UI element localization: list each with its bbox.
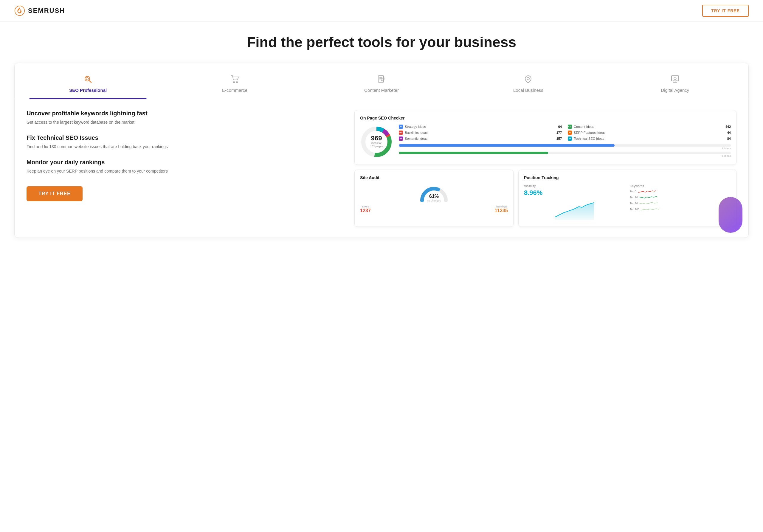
svg-point-11 xyxy=(527,77,529,80)
position-inner: Visibility 8.96% xyxy=(524,184,731,221)
errors-stat: Errors 1237 xyxy=(360,205,371,213)
feature-1-desc: Get access to the largest keyword databa… xyxy=(27,119,345,126)
svg-point-6 xyxy=(236,82,238,83)
content-marketer-icon xyxy=(376,74,387,85)
feature-3: Monitor your daily rankings Keep an eye … xyxy=(27,159,345,174)
kw-row-top100: Top 100 xyxy=(630,207,731,212)
content-area: Uncover profitable keywords lightning fa… xyxy=(15,99,748,238)
tab-local-label: Local Business xyxy=(513,88,543,93)
left-panel: Uncover profitable keywords lightning fa… xyxy=(27,110,345,201)
kw-row-top10: Top 10 xyxy=(630,195,731,200)
kw-row-top3: Top 3 xyxy=(630,189,731,194)
prog-bar-1-label: 6 Ideas xyxy=(399,147,731,150)
kw-top100-sparkline xyxy=(641,207,659,212)
try-free-header-button[interactable]: TRY IT FREE xyxy=(702,5,749,17)
tab-local-business[interactable]: Local Business xyxy=(455,70,601,99)
tab-content-marketer[interactable]: Content Marketer xyxy=(308,70,455,99)
feature-1: Uncover profitable keywords lightning fa… xyxy=(27,110,345,126)
position-tracking-title: Position Tracking xyxy=(524,175,731,180)
keywords-section: Keywords Top 3 xyxy=(630,184,731,221)
site-audit-card: Site Audit 61% no c xyxy=(354,169,513,227)
svg-point-5 xyxy=(233,82,235,83)
keywords-label: Keywords xyxy=(630,184,731,188)
legend-strategy-dot: St xyxy=(399,125,403,129)
tab-ecommerce[interactable]: E-commerce xyxy=(161,70,308,99)
feature-3-desc: Keep an eye on your SERP positions and c… xyxy=(27,168,345,174)
legend-serp-label: SERP Features Ideas xyxy=(574,131,605,135)
local-business-icon xyxy=(523,74,533,85)
ecommerce-icon xyxy=(230,74,240,85)
progress-bars: 6 Ideas 5 Ideas xyxy=(399,144,731,158)
visibility-pct: 8.96% xyxy=(524,189,625,197)
hero-title: Find the perfect tools for your business xyxy=(14,34,749,51)
warnings-label: Warnings xyxy=(494,205,508,208)
legend-strategy-count: 64 xyxy=(558,125,562,129)
legend-backlinks-dot: Ba xyxy=(399,131,403,135)
seo-donut-chart: 969 ideas for182 pages xyxy=(360,126,393,158)
svg-point-0 xyxy=(15,6,25,16)
legend-content-label: Content Ideas xyxy=(574,125,594,129)
svg-rect-7 xyxy=(378,76,383,82)
legend-strategy-label: Strategy Ideas xyxy=(405,125,426,129)
donut-sub: ideas for182 pages xyxy=(370,142,383,149)
semrush-logo-icon xyxy=(14,5,25,16)
tab-seo-label: SEO Professional xyxy=(69,88,107,93)
legend-technical-count: 84 xyxy=(727,137,731,140)
errors-value: 1237 xyxy=(360,208,371,213)
site-audit-title: Site Audit xyxy=(360,175,508,180)
prog-bar-2-label: 5 Ideas xyxy=(399,155,731,158)
kw-top20-sparkline xyxy=(640,201,658,206)
legend-technical: Te Technical SEO Ideas 84 xyxy=(568,137,731,141)
try-free-main-button[interactable]: TRY IT FREE xyxy=(27,186,82,201)
audit-stats: Errors 1237 Warnings 11335 xyxy=(360,205,508,213)
legend-technical-dot: Te xyxy=(568,137,572,141)
legend-serp-dot: Sf xyxy=(568,131,572,135)
legend-content-count: 442 xyxy=(725,125,731,129)
kw-rows: Top 3 Top 10 xyxy=(630,189,731,212)
logo: SEMRUSH xyxy=(14,5,65,16)
gauge-pct: 61% xyxy=(427,194,441,199)
legend-backlinks-label: Backlinks Ideas xyxy=(405,131,427,135)
feature-3-title: Monitor your daily rankings xyxy=(27,159,345,166)
visibility-label: Visibility xyxy=(524,184,625,188)
seo-professional-icon xyxy=(82,74,93,85)
tab-agency-label: Digital Agency xyxy=(661,88,689,93)
kw-top3-label: Top 3 xyxy=(630,190,636,193)
legend-content: Co Content Ideas 442 xyxy=(568,125,731,129)
feature-1-title: Uncover profitable keywords lightning fa… xyxy=(27,110,345,117)
seo-legend: St Strategy Ideas 64 Co Content Ideas 44… xyxy=(399,125,731,141)
prog-bar-1: 6 Ideas xyxy=(399,144,731,150)
donut-number: 969 xyxy=(370,135,383,142)
seo-checker-title: On Page SEO Checker xyxy=(360,116,731,120)
errors-label: Errors xyxy=(360,205,371,208)
feature-2-desc: Find and fix 130 common website issues t… xyxy=(27,144,345,150)
svg-line-2 xyxy=(89,80,91,82)
kw-top100-label: Top 100 xyxy=(630,208,639,211)
legend-serp: Sf SERP Features Ideas 44 xyxy=(568,131,731,135)
tab-content-label: Content Marketer xyxy=(364,88,399,93)
kw-top10-sparkline xyxy=(640,195,658,200)
main-card: SEO Professional E-commerce xyxy=(14,63,749,238)
legend-semantic-label: Semantic Ideas xyxy=(405,137,427,140)
logo-text: SEMRUSH xyxy=(28,7,65,15)
legend-technical-label: Technical SEO Ideas xyxy=(574,137,604,140)
feature-2: Fix Technical SEO Issues Find and fix 13… xyxy=(27,135,345,150)
decorative-blob xyxy=(718,197,742,233)
warnings-stat: Warnings 11335 xyxy=(494,205,508,213)
prog-bar-2: 5 Ideas xyxy=(399,152,731,158)
kw-top20-label: Top 20 xyxy=(630,202,638,205)
legend-semantic: Se Semantic Ideas 157 xyxy=(399,137,562,141)
kw-row-top20: Top 20 xyxy=(630,201,731,206)
legend-semantic-count: 157 xyxy=(556,137,562,140)
legend-backlinks: Ba Backlinks Ideas 177 xyxy=(399,131,562,135)
legend-semantic-dot: Se xyxy=(399,137,403,141)
seo-checker-card: On Page SEO Checker xyxy=(354,110,736,165)
position-tracking-card: Position Tracking Visibility 8.96% xyxy=(518,169,736,227)
svg-point-3 xyxy=(86,77,88,80)
tab-digital-agency[interactable]: Digital Agency xyxy=(602,70,748,99)
legend-backlinks-count: 177 xyxy=(556,131,562,135)
tab-seo-professional[interactable]: SEO Professional xyxy=(15,70,161,99)
bottom-charts-row: Site Audit 61% no c xyxy=(354,169,736,227)
kw-top10-label: Top 10 xyxy=(630,196,638,199)
digital-agency-icon xyxy=(670,74,681,85)
